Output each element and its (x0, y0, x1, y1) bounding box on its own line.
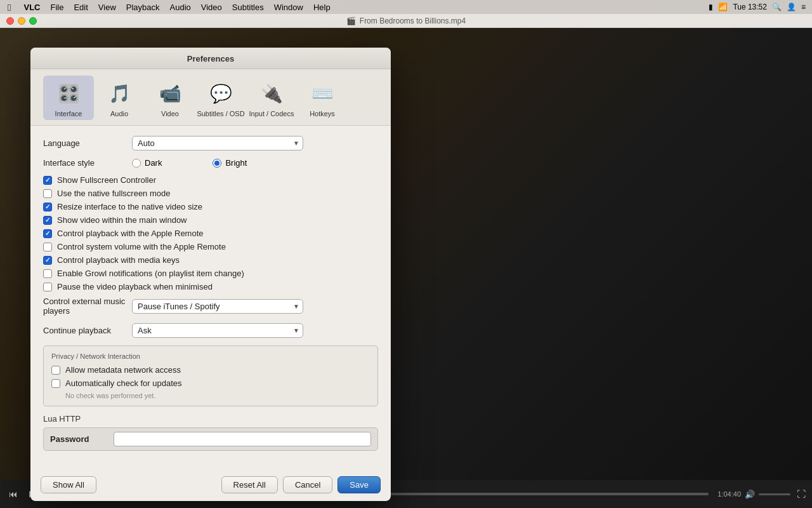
window-titlebar: 🎬 From Bedrooms to Billions.mp4 (0, 14, 812, 28)
hotkeys-icon: ⌨️ (307, 78, 337, 109)
audio-icon: 🎵 (104, 78, 134, 109)
volume-icon: 🔊 (745, 490, 755, 499)
fullscreen-button[interactable]: ⛶ (797, 489, 806, 499)
continue-playback-select-wrapper: Ask ▼ (132, 323, 303, 338)
tab-subtitles[interactable]: 💬 Subtitles / OSD (195, 76, 246, 120)
checkbox-show-video-main-input[interactable] (43, 216, 52, 225)
language-control: Auto ▼ (132, 136, 378, 150)
checkbox-auto-update-input[interactable] (51, 379, 60, 388)
checkbox-show-fullscreen-input[interactable] (43, 176, 52, 185)
tab-hotkeys[interactable]: ⌨️ Hotkeys (297, 76, 348, 120)
checkbox-show-fullscreen[interactable]: Show Fullscreen Controller (43, 175, 378, 185)
maximize-button[interactable] (29, 17, 37, 25)
checkbox-metadata-network[interactable]: Allow metadata network access (51, 365, 370, 375)
reset-all-button[interactable]: Reset All (221, 476, 278, 493)
radio-bright-label: Bright (225, 158, 247, 168)
language-row: Language Auto ▼ (43, 136, 378, 150)
radio-bright-btn[interactable] (213, 159, 221, 168)
lua-http-row: Password (43, 427, 378, 451)
checkbox-auto-update-label: Automatically check for updates (65, 378, 182, 388)
interface-style-label: Interface style (43, 158, 132, 168)
checkbox-resize-interface-input[interactable] (43, 203, 52, 211)
control-external-row: Control external music players Pause iTu… (43, 297, 378, 316)
checkbox-apple-remote[interactable]: Control playback with the Apple Remote (43, 229, 378, 238)
tab-input[interactable]: 🔌 Input / Codecs (246, 76, 297, 120)
tab-audio[interactable]: 🎵 Audio (94, 76, 145, 120)
checkbox-resize-interface[interactable]: Resize interface to the native video siz… (43, 202, 378, 211)
menu-file[interactable]: File (45, 3, 69, 12)
checkbox-show-video-main[interactable]: Show video within the main window (43, 215, 378, 225)
checkbox-system-volume-input[interactable] (43, 243, 52, 251)
checkbox-pause-minimised[interactable]: Pause the video playback when minimised (43, 282, 378, 291)
battery-icon: ▮ (709, 3, 713, 11)
menubar:  VLC File Edit View Playback Audio Vide… (0, 0, 812, 14)
continue-playback-row: Continue playback Ask ▼ (43, 323, 378, 338)
menu-extras-icon[interactable]: ≡ (801, 3, 806, 11)
cancel-button[interactable]: Cancel (283, 476, 332, 493)
minimize-button[interactable] (18, 17, 25, 25)
interface-style-radio-group: Dark Bright (132, 158, 378, 168)
tab-interface[interactable]: 🎛️ Interface (43, 76, 94, 120)
apple-menu-icon[interactable]:  (0, 2, 18, 13)
menu-subtitles[interactable]: Subtitles (227, 3, 269, 12)
checkbox-pause-minimised-input[interactable] (43, 283, 52, 291)
checkbox-growl-input[interactable] (43, 269, 52, 278)
radio-dark-label: Dark (145, 158, 162, 168)
tab-hotkeys-label: Hotkeys (310, 110, 335, 117)
tab-subtitles-label: Subtitles / OSD (197, 110, 244, 117)
checkbox-apple-remote-label: Control playback with the Apple Remote (57, 229, 204, 238)
checkbox-media-keys-input[interactable] (43, 256, 52, 265)
radio-dark[interactable]: Dark (132, 158, 162, 168)
checkbox-metadata-network-input[interactable] (51, 366, 60, 375)
interface-style-control: Dark Bright (132, 158, 378, 168)
menu-help[interactable]: Help (308, 3, 336, 12)
radio-bright[interactable]: Bright (213, 158, 247, 168)
checkbox-pause-minimised-label: Pause the video playback when minimised (57, 282, 213, 291)
control-external-label: Control external music players (43, 297, 132, 316)
menu-audio[interactable]: Audio (165, 3, 196, 12)
menu-window[interactable]: Window (269, 3, 308, 12)
language-select[interactable]: Auto (132, 136, 303, 150)
menu-video[interactable]: Video (196, 3, 227, 12)
checkbox-system-volume[interactable]: Control system volume with the Apple Rem… (43, 242, 378, 251)
menu-playback[interactable]: Playback (121, 3, 165, 12)
checkbox-metadata-network-label: Allow metadata network access (65, 365, 181, 375)
continue-playback-control: Ask ▼ (132, 323, 378, 338)
checkbox-show-video-main-label: Show video within the main window (57, 215, 187, 225)
checkbox-apple-remote-input[interactable] (43, 229, 52, 238)
time-display: 1:04:40 (717, 490, 741, 498)
show-all-button[interactable]: Show All (41, 476, 96, 493)
user-icon[interactable]: 👤 (787, 3, 796, 11)
tab-video[interactable]: 📹 Video (145, 76, 195, 120)
lua-password-input[interactable] (114, 432, 371, 446)
window-title: From Bedrooms to Billions.mp4 (360, 17, 466, 25)
checkbox-growl[interactable]: Enable Growl notifications (on playlist … (43, 269, 378, 278)
continue-playback-label: Continue playback (43, 326, 132, 335)
window-title-icon: 🎬 (346, 17, 356, 25)
continue-playback-select[interactable]: Ask (132, 323, 303, 338)
rewind-button[interactable]: ⏮ (6, 486, 20, 502)
checkbox-show-fullscreen-label: Show Fullscreen Controller (57, 175, 156, 185)
control-external-select[interactable]: Pause iTunes / Spotify (132, 299, 303, 314)
menu-edit[interactable]: Edit (69, 3, 93, 12)
checkbox-growl-label: Enable Growl notifications (on playlist … (57, 269, 244, 278)
menu-vlc[interactable]: VLC (18, 3, 45, 12)
tab-audio-label: Audio (110, 110, 128, 117)
control-external-control: Pause iTunes / Spotify ▼ (132, 299, 378, 314)
close-button[interactable] (6, 17, 14, 25)
save-button[interactable]: Save (337, 476, 381, 493)
volume-bar[interactable] (759, 493, 790, 495)
subtitles-icon: 💬 (206, 78, 236, 109)
checkbox-native-fullscreen[interactable]: Use the native fullscreen mode (43, 189, 378, 198)
search-icon[interactable]: 🔍 (772, 3, 782, 11)
privacy-section: Privacy / Network Interaction Allow meta… (43, 345, 378, 406)
preferences-dialog: Preferences 🎛️ Interface 🎵 Audio 📹 Video… (30, 48, 391, 501)
checkbox-auto-update[interactable]: Automatically check for updates (51, 378, 370, 388)
checkbox-native-fullscreen-input[interactable] (43, 189, 52, 198)
menu-view[interactable]: View (93, 3, 121, 12)
checkbox-media-keys-label: Control playback with media keys (57, 255, 180, 265)
checkbox-media-keys[interactable]: Control playback with media keys (43, 255, 378, 265)
privacy-note: No check was performed yet. (65, 392, 370, 399)
radio-dark-btn[interactable] (132, 159, 141, 168)
menubar-right: ▮ 📶 Tue 13:52 🔍 👤 ≡ (709, 3, 812, 11)
